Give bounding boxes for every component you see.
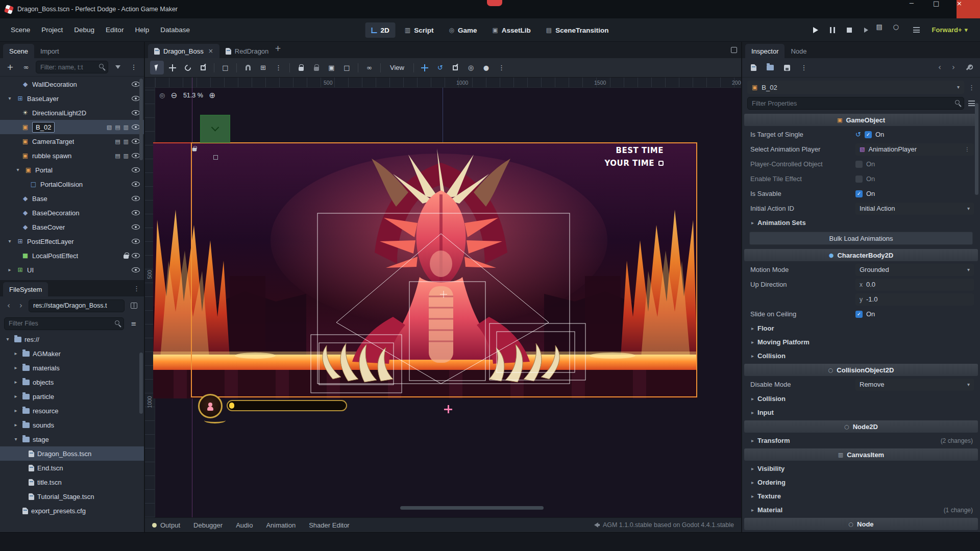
property-filter-options-icon[interactable] bbox=[968, 101, 975, 106]
zoom-in-button[interactable]: ⊕ bbox=[208, 91, 217, 100]
group-material[interactable]: ▸ Material (1 change) bbox=[742, 503, 980, 517]
announcement-icon[interactable] bbox=[594, 522, 598, 528]
play-scene-button[interactable] bbox=[860, 23, 873, 37]
zoom-level[interactable]: 51.3 % bbox=[183, 92, 203, 99]
nav-forward-button[interactable]: › bbox=[16, 300, 26, 311]
menu-help[interactable]: Help bbox=[129, 22, 155, 38]
tree-row[interactable]: ▸ sounds bbox=[0, 418, 144, 432]
lock-icon[interactable] bbox=[124, 255, 129, 259]
tree-row[interactable]: End.tscn bbox=[0, 461, 144, 475]
view-menu-button[interactable]: View bbox=[385, 61, 409, 74]
scene-tree-options-button[interactable]: ⋮ bbox=[128, 61, 140, 73]
expand-arrow-icon[interactable]: ▾ bbox=[14, 167, 21, 172]
tab-filesystem[interactable]: FileSystem bbox=[3, 282, 48, 296]
toggle-scale-button[interactable] bbox=[449, 61, 462, 74]
group-transform[interactable]: ▸ Transform (2 changes) bbox=[742, 434, 980, 447]
group-collision-object[interactable]: ▸ Collision bbox=[742, 392, 980, 406]
toggle-rotation-button[interactable]: ↺ bbox=[433, 61, 447, 74]
group-texture[interactable]: ▸ Texture bbox=[742, 489, 980, 503]
tree-row[interactable]: export_presets.cfg bbox=[0, 504, 144, 518]
tree-row[interactable]: ▸ resource bbox=[0, 404, 144, 418]
visibility-eye-icon[interactable] bbox=[132, 182, 140, 187]
visibility-eye-icon[interactable] bbox=[132, 196, 140, 201]
current-path-input[interactable] bbox=[29, 299, 125, 312]
visibility-eye-icon[interactable] bbox=[132, 253, 140, 258]
visibility-eye-icon[interactable] bbox=[132, 96, 140, 101]
tree-row[interactable]: ☀ DirectionalLight2D bbox=[0, 106, 144, 120]
animation-player-picker[interactable]: ▧ AnimationPlayer ⋮ bbox=[855, 143, 974, 156]
expand-arrow-icon[interactable]: ▸ bbox=[12, 422, 19, 428]
tree-row[interactable]: ▾ ⊞ BaseLayer bbox=[0, 91, 144, 106]
object-options-icon[interactable]: ⋮ bbox=[968, 84, 975, 91]
tree-row[interactable]: ▸ ⊞ UI bbox=[0, 263, 144, 277]
tree-row[interactable]: ▣ rubble spawn ▤ ▥ bbox=[0, 148, 144, 163]
filter-options-button[interactable] bbox=[112, 61, 124, 73]
selection-list-button[interactable]: □ bbox=[218, 61, 232, 74]
viewport-hscrollbar[interactable] bbox=[400, 506, 544, 510]
menu-database[interactable]: Database bbox=[155, 22, 195, 38]
category-node[interactable]: ○ Node bbox=[744, 518, 978, 530]
visibility-eye-icon[interactable] bbox=[132, 167, 140, 172]
screen-assetlib-button[interactable]: ▣ AssetLib bbox=[486, 22, 536, 38]
group-moving-platform[interactable]: ▸ Moving Platform bbox=[742, 335, 980, 349]
visibility-eye-icon[interactable] bbox=[132, 124, 140, 130]
tree-row[interactable]: ▸ particle bbox=[0, 389, 144, 404]
category-collisionobject2d[interactable]: ○ CollisionObject2D bbox=[744, 364, 978, 376]
scene-tab-reddragon[interactable]: RedDragon bbox=[219, 44, 275, 58]
tab-import[interactable]: Import bbox=[34, 44, 65, 58]
menu-editor[interactable]: Editor bbox=[100, 22, 129, 38]
expand-arrow-icon[interactable]: ▸ bbox=[12, 394, 19, 399]
tab-scene[interactable]: Scene bbox=[3, 44, 34, 58]
window-close-button[interactable]: × bbox=[957, 0, 980, 18]
manage-properties-button[interactable] bbox=[963, 62, 975, 74]
groups-icon[interactable]: ▤ bbox=[115, 124, 120, 130]
tree-row[interactable]: ▣ CameraTarget ▤ ▥ bbox=[0, 134, 144, 148]
nav-back-button[interactable]: ‹ bbox=[4, 300, 13, 311]
more-options-icon[interactable]: ⋮ bbox=[965, 147, 970, 152]
checkbox-checked[interactable]: ✓ bbox=[865, 131, 872, 138]
initial-action-dropdown[interactable]: Initial Action ▾ bbox=[855, 203, 974, 215]
expand-arrow-icon[interactable]: ▾ bbox=[6, 96, 13, 101]
groups-icon[interactable]: ▤ bbox=[115, 153, 120, 159]
history-back-button[interactable]: ‹ bbox=[935, 62, 944, 73]
node-name-edit[interactable]: B_02 bbox=[32, 122, 55, 133]
tree-row[interactable]: ■ LocalPostEffect bbox=[0, 248, 144, 263]
motion-mode-dropdown[interactable]: Grounded ▾ bbox=[855, 264, 974, 276]
bottom-tab-shader-editor[interactable]: Shader Editor bbox=[309, 521, 350, 529]
menu-scene[interactable]: Scene bbox=[5, 22, 36, 38]
tab-inspector[interactable]: Inspector bbox=[745, 44, 785, 58]
property-filter-input[interactable] bbox=[747, 97, 964, 110]
unlock-selected-button[interactable] bbox=[309, 61, 323, 74]
tree-row[interactable]: ▾ stage bbox=[0, 432, 144, 446]
menu-project[interactable]: Project bbox=[36, 22, 68, 38]
category-node2d[interactable]: ○ Node2D bbox=[744, 420, 978, 433]
rotate-tool-button[interactable] bbox=[181, 61, 194, 74]
group-collision-body[interactable]: ▸ Collision bbox=[742, 349, 980, 363]
visibility-eye-icon[interactable] bbox=[132, 210, 140, 215]
visibility-eye-icon[interactable] bbox=[132, 239, 140, 244]
2d-viewport-canvas[interactable]: 500 1000 1500 2000 500 1000 ◎ ⊖ 51.3 % ⊕ bbox=[145, 78, 741, 517]
lock-selected-button[interactable] bbox=[294, 61, 308, 74]
category-canvasitem[interactable]: ▥ CanvasItem bbox=[744, 448, 978, 461]
group-floor[interactable]: ▸ Floor bbox=[742, 321, 980, 335]
grid-snap-button[interactable]: ⊞ bbox=[256, 61, 270, 74]
zoom-out-button[interactable]: ⊖ bbox=[169, 91, 179, 100]
tree-row[interactable]: ▾ ▣ Portal bbox=[0, 163, 144, 177]
new-scene-tab-button[interactable]: + bbox=[275, 45, 287, 58]
scene-filter-input[interactable] bbox=[36, 61, 108, 73]
expand-arrow-icon[interactable]: ▸ bbox=[12, 365, 19, 370]
fullscreen-icon[interactable] bbox=[731, 47, 737, 53]
file-filter-input[interactable] bbox=[4, 317, 124, 330]
visibility-eye-icon[interactable] bbox=[132, 110, 140, 115]
menu-debug[interactable]: Debug bbox=[68, 22, 100, 38]
tree-row[interactable]: ▸ AGMaker bbox=[0, 346, 144, 361]
category-characterbody2d[interactable]: ● CharacterBody2D bbox=[744, 249, 978, 261]
script-badge-icon[interactable]: ▥ bbox=[124, 139, 129, 144]
stop-button[interactable] bbox=[843, 23, 856, 37]
window-minimize-button[interactable]: ─ bbox=[910, 0, 933, 18]
expand-arrow-icon[interactable]: ▸ bbox=[12, 380, 19, 385]
groups-icon[interactable]: ▤ bbox=[115, 139, 120, 144]
group-visibility[interactable]: ▸ Visibility bbox=[742, 462, 980, 475]
tree-row[interactable]: Tutorial_Stage.tscn bbox=[0, 489, 144, 504]
load-resource-button[interactable] bbox=[764, 62, 776, 74]
